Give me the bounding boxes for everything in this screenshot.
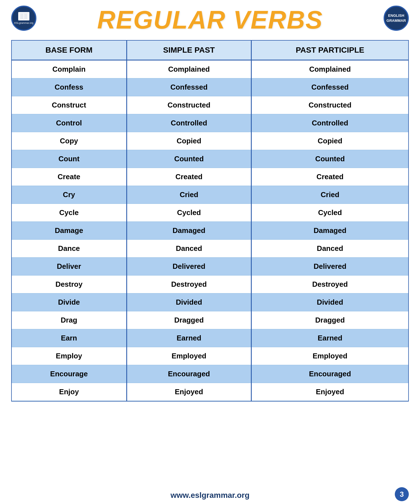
cell-base: Cry bbox=[12, 186, 127, 204]
table-row: EncourageEncouragedEncouraged bbox=[12, 365, 408, 383]
table-row: EarnEarnedEarned bbox=[12, 329, 408, 347]
cell-base: Earn bbox=[12, 329, 127, 347]
cell-past: Dragged bbox=[127, 311, 251, 329]
cell-past: Danced bbox=[127, 240, 251, 258]
table-row: DamageDamagedDamaged bbox=[12, 222, 408, 240]
cell-base: Construct bbox=[12, 96, 127, 114]
cell-participle: Created bbox=[251, 168, 408, 186]
cell-past: Cycled bbox=[127, 204, 251, 222]
verbs-table-container: BASE FORM SIMPLE PAST PAST PARTICIPLE Co… bbox=[11, 40, 409, 402]
table-row: DragDraggedDragged bbox=[12, 311, 408, 329]
cell-base: Control bbox=[12, 114, 127, 132]
cell-past: Complained bbox=[127, 60, 251, 78]
table-row: DeliverDeliveredDelivered bbox=[12, 258, 408, 276]
table-row: DanceDancedDanced bbox=[12, 240, 408, 258]
table-row: ConstructConstructedConstructed bbox=[12, 96, 408, 114]
logo-book-icon bbox=[18, 12, 29, 20]
table-row: DestroyDestroyedDestroyed bbox=[12, 276, 408, 293]
cell-participle: Enjoyed bbox=[251, 383, 408, 401]
cell-base: Damage bbox=[12, 222, 127, 240]
cell-base: Deliver bbox=[12, 258, 127, 276]
logo: ESLgrammar.org bbox=[11, 6, 36, 31]
cell-past: Damaged bbox=[127, 222, 251, 240]
cell-past: Constructed bbox=[127, 96, 251, 114]
cell-base: Create bbox=[12, 168, 127, 186]
cell-past: Earned bbox=[127, 329, 251, 347]
col-past-participle: PAST PARTICIPLE bbox=[251, 41, 408, 60]
badge-line1: ENGLISH bbox=[388, 13, 404, 18]
cell-participle: Danced bbox=[251, 240, 408, 258]
cell-participle: Dragged bbox=[251, 311, 408, 329]
table-row: EnjoyEnjoyedEnjoyed bbox=[12, 383, 408, 401]
footer: www.eslgrammar.org 3 bbox=[0, 487, 420, 504]
english-grammar-badge: ENGLISH GRAMMAR bbox=[384, 6, 409, 31]
cell-past: Controlled bbox=[127, 114, 251, 132]
table-row: ComplainComplainedComplained bbox=[12, 60, 408, 78]
cell-base: Drag bbox=[12, 311, 127, 329]
cell-base: Destroy bbox=[12, 276, 127, 293]
cell-participle: Controlled bbox=[251, 114, 408, 132]
cell-participle: Destroyed bbox=[251, 276, 408, 293]
cell-past: Confessed bbox=[127, 78, 251, 96]
table-row: DivideDividedDivided bbox=[12, 293, 408, 311]
cell-base: Copy bbox=[12, 132, 127, 150]
table-row: ControlControlledControlled bbox=[12, 114, 408, 132]
footer-url: www.eslgrammar.org bbox=[171, 491, 249, 500]
cell-base: Employ bbox=[12, 347, 127, 365]
badge-line2: GRAMMAR bbox=[386, 18, 406, 23]
table-row: ConfessConfessedConfessed bbox=[12, 78, 408, 96]
cell-participle: Cycled bbox=[251, 204, 408, 222]
table-row: CopyCopiedCopied bbox=[12, 132, 408, 150]
page-title: REGULAR VERBS bbox=[97, 6, 323, 34]
verbs-table: BASE FORM SIMPLE PAST PAST PARTICIPLE Co… bbox=[12, 41, 408, 401]
table-row: EmployEmployedEmployed bbox=[12, 347, 408, 365]
cell-past: Copied bbox=[127, 132, 251, 150]
cell-past: Destroyed bbox=[127, 276, 251, 293]
cell-participle: Divided bbox=[251, 293, 408, 311]
page-number: 3 bbox=[395, 487, 409, 501]
cell-participle: Encouraged bbox=[251, 365, 408, 383]
cell-past: Delivered bbox=[127, 258, 251, 276]
table-header-row: BASE FORM SIMPLE PAST PAST PARTICIPLE bbox=[12, 41, 408, 60]
cell-base: Confess bbox=[12, 78, 127, 96]
cell-past: Created bbox=[127, 168, 251, 186]
svg-rect-3 bbox=[24, 13, 27, 19]
cell-participle: Confessed bbox=[251, 78, 408, 96]
page-wrapper: ESLgrammar.org REGULAR VERBS ENGLISH GRA… bbox=[0, 0, 420, 504]
cell-base: Dance bbox=[12, 240, 127, 258]
logo-text: ESLgrammar.org bbox=[14, 22, 33, 25]
cell-base: Cycle bbox=[12, 204, 127, 222]
cell-past: Employed bbox=[127, 347, 251, 365]
cell-base: Enjoy bbox=[12, 383, 127, 401]
cell-participle: Employed bbox=[251, 347, 408, 365]
cell-base: Count bbox=[12, 150, 127, 168]
cell-past: Enjoyed bbox=[127, 383, 251, 401]
cell-past: Counted bbox=[127, 150, 251, 168]
table-row: CreateCreatedCreated bbox=[12, 168, 408, 186]
table-row: CountCountedCounted bbox=[12, 150, 408, 168]
table-row: CycleCycledCycled bbox=[12, 204, 408, 222]
col-simple-past: SIMPLE PAST bbox=[127, 41, 251, 60]
cell-past: Divided bbox=[127, 293, 251, 311]
cell-participle: Complained bbox=[251, 60, 408, 78]
table-row: CryCriedCried bbox=[12, 186, 408, 204]
cell-participle: Delivered bbox=[251, 258, 408, 276]
cell-base: Divide bbox=[12, 293, 127, 311]
cell-past: Encouraged bbox=[127, 365, 251, 383]
cell-participle: Cried bbox=[251, 186, 408, 204]
cell-participle: Earned bbox=[251, 329, 408, 347]
cell-past: Cried bbox=[127, 186, 251, 204]
header: ESLgrammar.org REGULAR VERBS ENGLISH GRA… bbox=[0, 0, 420, 37]
cell-base: Encourage bbox=[12, 365, 127, 383]
cell-base: Complain bbox=[12, 60, 127, 78]
col-base-form: BASE FORM bbox=[12, 41, 127, 60]
cell-participle: Damaged bbox=[251, 222, 408, 240]
cell-participle: Copied bbox=[251, 132, 408, 150]
cell-participle: Counted bbox=[251, 150, 408, 168]
cell-participle: Constructed bbox=[251, 96, 408, 114]
svg-rect-2 bbox=[20, 13, 24, 19]
